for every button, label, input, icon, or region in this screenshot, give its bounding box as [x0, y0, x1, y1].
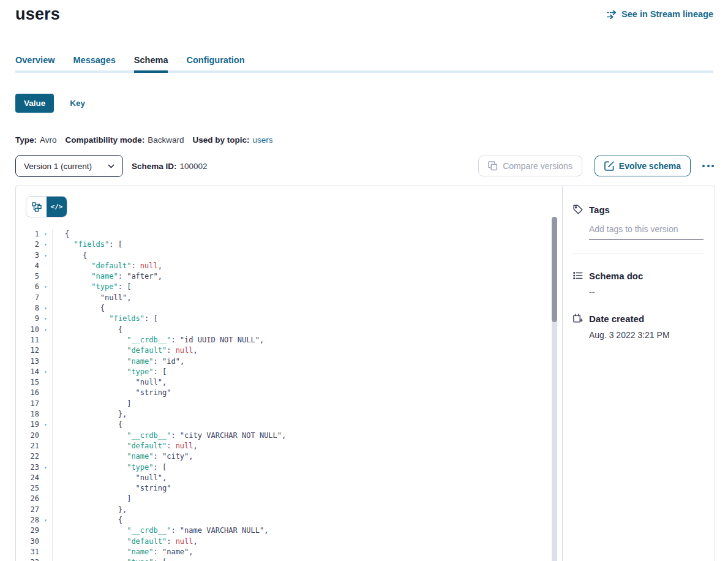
- used-by-topic-meta: Used by topic: users: [193, 135, 273, 145]
- editor-view-toggle: </>: [26, 196, 67, 217]
- line-number: 7: [16, 293, 39, 303]
- schema-sidebar: Tags Schema doc --: [562, 186, 715, 561]
- topic-link[interactable]: users: [253, 135, 273, 145]
- code-line: 31 "name": "name",: [16, 547, 547, 557]
- code-line: 11 "__crdb__": "id UUID NOT NULL",: [16, 335, 547, 345]
- code-text: "null",: [52, 293, 547, 303]
- tab-overview[interactable]: Overview: [15, 55, 55, 73]
- line-number: 10: [16, 325, 39, 335]
- tab-schema[interactable]: Schema: [134, 55, 168, 73]
- code-line: 13 "name": "id",: [16, 356, 547, 367]
- code-line: 7 "null",: [16, 293, 547, 303]
- code-view-icon: </>: [51, 203, 63, 211]
- schema-editor: </> 1▾{2▾ "fields": [3▾ {4 "default": nu…: [16, 186, 562, 561]
- code-line: 22 "name": "city",: [16, 451, 547, 462]
- line-number: 9: [16, 314, 39, 324]
- editor-scrollbar-thumb[interactable]: [552, 217, 557, 322]
- caret-spacer: [39, 388, 52, 398]
- page-title: users: [15, 5, 60, 24]
- editor-scrollbar-track[interactable]: [552, 217, 557, 561]
- collapse-caret-icon[interactable]: ▾: [39, 282, 52, 292]
- collapse-caret-icon[interactable]: ▾: [39, 314, 52, 324]
- code-line: 16 "string": [16, 388, 547, 398]
- collapse-caret-icon[interactable]: ▾: [39, 239, 52, 250]
- type-label: Type:: [15, 135, 37, 145]
- line-number: 21: [16, 441, 39, 451]
- value-toggle-button[interactable]: Value: [15, 94, 54, 113]
- add-tags-input[interactable]: [589, 224, 704, 240]
- code-view-button[interactable]: </>: [47, 197, 67, 217]
- line-number: 17: [16, 399, 39, 409]
- collapse-caret-icon[interactable]: ▾: [39, 515, 52, 525]
- caret-spacer: [39, 547, 52, 557]
- schema-meta-row: Type: Avro Compatibility mode: Backward …: [15, 135, 273, 145]
- stream-lineage-icon: [607, 10, 617, 19]
- line-number: 19: [16, 420, 39, 430]
- collapse-caret-icon[interactable]: ▾: [39, 557, 52, 561]
- collapse-caret-icon[interactable]: ▾: [39, 420, 52, 430]
- date-created-value: Aug. 3 2022 3:21 PM: [589, 330, 704, 340]
- line-number: 1: [16, 229, 39, 239]
- caret-spacer: [39, 271, 52, 282]
- evolve-schema-button[interactable]: Evolve schema: [595, 156, 691, 176]
- code-line: 6▾ "type": [: [16, 282, 547, 292]
- schema-card: </> 1▾{2▾ "fields": [3▾ {4 "default": nu…: [15, 186, 715, 561]
- code-line: 21 "default": null,: [16, 441, 547, 451]
- schema-page: users See in Stream lineage Overview Mes…: [0, 0, 728, 561]
- edit-icon: [604, 161, 614, 171]
- type-value: Avro: [40, 135, 57, 145]
- version-dropdown[interactable]: Version 1 (current): [15, 155, 123, 177]
- caret-spacer: [39, 441, 52, 451]
- code-text: "name": "city",: [52, 451, 547, 462]
- code-text: ]: [52, 399, 547, 409]
- line-number: 13: [16, 356, 39, 367]
- key-toggle-button[interactable]: Key: [70, 99, 85, 108]
- sidebar-divider: [572, 254, 704, 254]
- code-text: "fields": [: [52, 239, 547, 250]
- code-line: 26 ]: [16, 494, 547, 504]
- schema-doc-title: Schema doc: [589, 271, 643, 281]
- schema-doc-header: Schema doc: [572, 270, 704, 281]
- chevron-down-icon: [108, 164, 114, 168]
- collapse-caret-icon[interactable]: ▾: [39, 229, 52, 239]
- schema-doc-section: Schema doc --: [572, 270, 704, 297]
- doc-list-icon: [572, 270, 584, 281]
- collapse-caret-icon[interactable]: ▾: [39, 250, 52, 261]
- tag-icon: [572, 204, 584, 215]
- collapse-caret-icon[interactable]: ▾: [39, 462, 52, 473]
- code-text: {: [52, 325, 547, 335]
- tab-configuration[interactable]: Configuration: [186, 55, 244, 73]
- ellipsis-icon: [707, 165, 710, 167]
- code-text: },: [52, 409, 547, 420]
- line-number: 26: [16, 494, 39, 504]
- code-text: "name": "id",: [52, 356, 547, 367]
- see-in-stream-lineage-link[interactable]: See in Stream lineage: [607, 9, 713, 19]
- collapse-caret-icon[interactable]: ▾: [39, 367, 52, 377]
- version-toolbar: Version 1 (current) Schema ID: 100002 Co…: [15, 155, 715, 177]
- code-line: 4 "default": null,: [16, 261, 547, 271]
- code-text: "name": "name",: [52, 547, 547, 557]
- compatibility-label: Compatibility mode:: [66, 135, 145, 145]
- more-options-button[interactable]: [701, 162, 715, 170]
- code-line: 32▾ "type": [: [16, 557, 547, 561]
- caret-spacer: [39, 377, 52, 388]
- collapse-caret-icon[interactable]: ▾: [39, 325, 52, 335]
- tab-messages[interactable]: Messages: [73, 55, 116, 73]
- code-line: 27 },: [16, 505, 547, 515]
- line-number: 14: [16, 367, 39, 377]
- tree-view-button[interactable]: [26, 197, 47, 217]
- code-text: {: [52, 420, 547, 430]
- line-number: 23: [16, 462, 39, 473]
- line-number: 20: [16, 431, 39, 441]
- caret-spacer: [39, 261, 52, 271]
- date-created-title: Date created: [589, 314, 644, 324]
- line-number: 16: [16, 388, 39, 398]
- code-text: "default": null,: [52, 441, 547, 451]
- caret-spacer: [39, 525, 52, 536]
- collapse-caret-icon[interactable]: ▾: [39, 303, 52, 314]
- code-line: 12 "default": null,: [16, 345, 547, 356]
- code-line: 9▾ "fields": [: [16, 314, 547, 324]
- code-text: "default": null,: [52, 261, 547, 271]
- compare-versions-button[interactable]: Compare versions: [478, 156, 582, 176]
- used-by-topic-label: Used by topic:: [193, 135, 250, 145]
